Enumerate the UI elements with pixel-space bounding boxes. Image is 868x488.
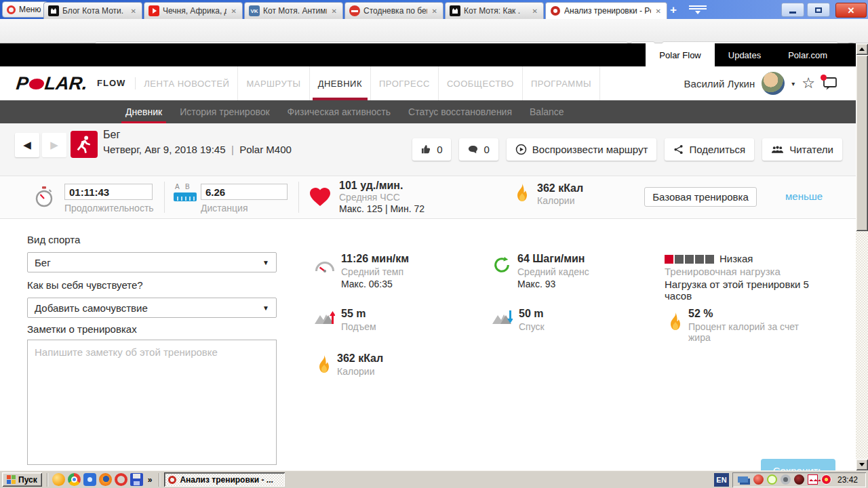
tray-webcam-icon[interactable] [781, 474, 791, 485]
subnav-item-diary[interactable]: Дневник [125, 100, 162, 123]
distance-input[interactable] [201, 184, 288, 200]
nav-item-diary[interactable]: ДНЕВНИК [310, 66, 371, 100]
tab-close-icon[interactable]: ✕ [531, 7, 539, 15]
tray-polar-icon[interactable] [808, 474, 818, 485]
less-link[interactable]: меньше [785, 190, 823, 202]
cadence-circle-icon [492, 256, 511, 274]
tab-close-icon[interactable]: ✕ [330, 7, 338, 15]
tray-target-icon[interactable] [821, 474, 831, 485]
save-button[interactable]: Сохранить [761, 459, 835, 470]
comment-bubble-icon [468, 144, 478, 155]
browser-tab[interactable]: Чечня, Африка, далее ✕ [144, 2, 243, 19]
quicklaunch-save-icon[interactable] [130, 473, 143, 486]
browser-tab[interactable]: VK Кот Мотя. Антимышова ✕ [244, 2, 343, 19]
tab-title: Стодневка по бегу - 1 [363, 6, 427, 16]
nav-item-routes[interactable]: МАРШРУТЫ [238, 66, 309, 100]
quicklaunch-orange-icon[interactable] [52, 473, 65, 486]
cadence-max: Макс. 93 [517, 279, 589, 289]
topbar-link-polar-com[interactable]: Polar.com [774, 43, 841, 66]
quicklaunch-opera-icon[interactable] [115, 473, 127, 486]
sport-select[interactable]: Бег ▼ [27, 252, 277, 272]
hr-label: Средняя ЧСС [339, 192, 400, 203]
tray-lime-icon[interactable] [767, 474, 777, 485]
notes-textarea[interactable] [27, 340, 277, 465]
share-icon [673, 144, 684, 155]
chevron-down-icon[interactable]: ▾ [791, 80, 795, 87]
quicklaunch-firefox-icon[interactable] [99, 473, 112, 486]
calories-metric-label: Калории [337, 366, 383, 377]
training-benefit-button[interactable]: Базовая тренировка [644, 187, 757, 207]
distance-label: Дистанция [201, 203, 248, 214]
youtube-favicon-icon [149, 5, 159, 16]
subnav-item-activity[interactable]: Физическая активность [288, 100, 391, 123]
fat-label: Процент калорий за счет жира [688, 321, 814, 343]
browser-menu-button[interactable]: Меню [2, 1, 48, 18]
subnav-item-recovery[interactable]: Статус восстановления [408, 100, 512, 123]
descent-value: 50 m [519, 308, 545, 320]
new-tab-button[interactable]: + [663, 3, 684, 18]
browser-tab-active[interactable]: Анализ тренировки - Po ✕ [545, 2, 667, 19]
avatar[interactable] [762, 72, 785, 95]
tab-close-icon[interactable]: ✕ [431, 7, 439, 15]
close-button[interactable]: ✕ [835, 3, 867, 18]
like-button[interactable]: 0 [412, 138, 451, 161]
subnav-item-balance[interactable]: Balance [530, 100, 564, 123]
share-button[interactable]: Поделиться [665, 138, 754, 161]
cadence-label: Средний каденс [517, 266, 589, 277]
tray-darkred-icon[interactable] [794, 474, 804, 485]
browser-tab-bar: Меню Блог Кота Моти. ✕ Чечня, Африка, да… [0, 0, 868, 19]
restore-button[interactable] [807, 3, 830, 17]
browser-tab[interactable]: Блог Кота Моти. ✕ [43, 2, 142, 19]
tab-strip: Блог Кота Моти. ✕ Чечня, Африка, далее ✕… [43, 2, 669, 19]
vertical-scrollbar[interactable] [856, 43, 868, 470]
feeling-select[interactable]: Добавить самочувствие ▼ [27, 298, 277, 318]
quicklaunch-blue-app-icon[interactable] [83, 473, 96, 486]
cat-favicon-icon [48, 5, 59, 16]
scroll-down-icon[interactable] [856, 459, 868, 470]
browser-tab[interactable]: Стодневка по бегу - 1 ✕ [344, 2, 443, 19]
tab-menu-button[interactable] [689, 5, 707, 15]
topbar-link-polar-flow[interactable]: Polar Flow [646, 43, 714, 66]
tray-network-icon[interactable] [738, 476, 748, 483]
comment-count: 0 [484, 144, 489, 155]
stop-sign-favicon-icon [349, 5, 360, 16]
nav-item-programs[interactable]: ПРОГРАММЫ [523, 66, 600, 100]
tab-close-icon[interactable]: ✕ [230, 7, 238, 15]
scrollbar-thumb[interactable] [856, 55, 868, 231]
topbar-link-updates[interactable]: Updates [715, 43, 774, 66]
calories-label: Калории [537, 195, 574, 206]
browser-address-bar: ← → ↻ flow.polar.com/training/analysis/2… [0, 19, 868, 43]
taskbar-divider [159, 473, 159, 487]
readers-button[interactable]: Читатели [762, 138, 842, 161]
language-indicator[interactable]: EN [714, 473, 729, 487]
tab-close-icon[interactable]: ✕ [130, 7, 138, 15]
scroll-up-icon[interactable] [856, 43, 868, 55]
replay-route-button[interactable]: Воспроизвести маршрут [507, 138, 657, 161]
feeling-select-label: Как вы себя чувствуете? [27, 279, 143, 291]
next-session-button[interactable]: ▶ [42, 133, 66, 157]
user-name[interactable]: Василий Лукин [684, 78, 755, 89]
tab-title: Кот Мотя. Антимышова [263, 6, 327, 16]
load-label: Тренировочная нагрузка [665, 266, 810, 277]
nav-item-progress[interactable]: ПРОГРЕСС [371, 66, 439, 100]
start-button[interactable]: Пуск [2, 472, 42, 487]
subnav-item-history[interactable]: История тренировок [180, 100, 269, 123]
tray-antivirus-icon[interactable] [753, 474, 764, 485]
session-datetime: Четверг, Авг 9, 2018 19:45 | Polar M400 [103, 144, 292, 155]
like-count: 0 [437, 144, 442, 155]
quicklaunch-more-icon[interactable]: » [146, 475, 155, 485]
nav-item-community[interactable]: СООБЩЕСТВО [439, 66, 523, 100]
minimize-button[interactable] [781, 3, 804, 17]
favorites-star-icon[interactable]: ☆ [802, 75, 815, 92]
comment-button[interactable]: 0 [459, 138, 498, 161]
task-button-active[interactable]: Анализ тренировки - ... [164, 472, 285, 487]
tab-close-icon[interactable]: ✕ [654, 7, 663, 15]
duration-input[interactable] [64, 184, 153, 200]
polar-favicon-icon [551, 6, 560, 16]
polar-logo[interactable]: PLAR. [15, 73, 88, 94]
nav-item-feed[interactable]: ЛЕНТА НОВОСТЕЙ [136, 66, 238, 100]
quicklaunch-chrome-icon[interactable] [68, 473, 81, 486]
notifications-chat-icon[interactable] [822, 76, 838, 91]
browser-tab[interactable]: Кот Мотя: Как . ✕ [445, 2, 544, 19]
prev-session-button[interactable]: ◀ [15, 133, 39, 157]
